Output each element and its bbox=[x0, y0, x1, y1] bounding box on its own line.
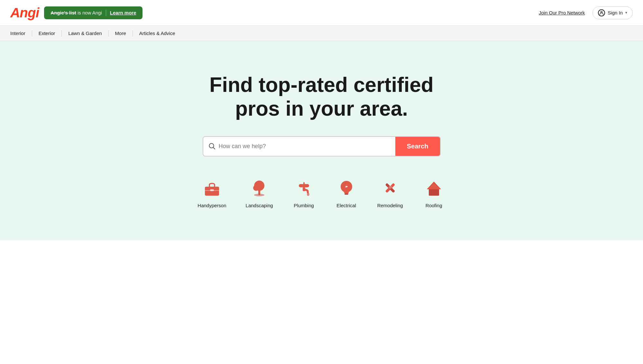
nav-bar: Interior Exterior Lawn & Garden More Art… bbox=[0, 26, 643, 41]
service-item-electrical[interactable]: Electrical bbox=[335, 176, 358, 208]
learn-more-link[interactable]: Learn more bbox=[110, 10, 136, 15]
service-item-landscaping[interactable]: Landscaping bbox=[246, 176, 273, 208]
landscaping-icon bbox=[248, 176, 271, 199]
account-icon bbox=[598, 9, 605, 16]
roofing-icon bbox=[422, 176, 446, 199]
handyperson-icon bbox=[200, 176, 224, 199]
hero-title: Find top-rated certified pros in your ar… bbox=[196, 73, 447, 120]
logo-area: Angi Angie's list is now Angi Learn more bbox=[10, 6, 142, 20]
remodeling-icon bbox=[379, 176, 402, 199]
announcement-text: Angie's list is now Angi bbox=[51, 10, 102, 15]
service-item-roofing[interactable]: Roofing bbox=[422, 176, 446, 208]
chevron-down-icon: ▾ bbox=[625, 11, 627, 15]
search-icon bbox=[208, 143, 216, 150]
search-button[interactable]: Search bbox=[395, 137, 440, 156]
svg-line-2 bbox=[213, 147, 215, 149]
announcement-banner: Angie's list is now Angi Learn more bbox=[44, 6, 142, 19]
join-pro-link[interactable]: Join Our Pro Network bbox=[539, 10, 585, 15]
electrical-icon bbox=[335, 176, 358, 199]
svg-rect-20 bbox=[429, 189, 439, 196]
service-item-handyperson[interactable]: Handyperson bbox=[197, 176, 226, 208]
plumbing-label: Plumbing bbox=[294, 203, 314, 208]
plumbing-icon bbox=[292, 176, 316, 199]
hero-section: Find top-rated certified pros in your ar… bbox=[0, 41, 643, 240]
landscaping-label: Landscaping bbox=[246, 203, 273, 208]
svg-rect-16 bbox=[344, 193, 348, 195]
service-item-plumbing[interactable]: Plumbing bbox=[292, 176, 316, 208]
search-bar: Search bbox=[203, 136, 441, 156]
nav-item-articles[interactable]: Articles & Advice bbox=[133, 26, 182, 41]
sign-in-button[interactable]: Sign In ▾ bbox=[592, 6, 633, 19]
svg-point-9 bbox=[254, 194, 264, 196]
service-item-remodeling[interactable]: Remodeling bbox=[377, 176, 403, 208]
logo[interactable]: Angi bbox=[10, 6, 39, 20]
svg-rect-13 bbox=[303, 182, 305, 185]
sign-in-label: Sign In bbox=[608, 10, 623, 15]
roofing-label: Roofing bbox=[426, 203, 442, 208]
service-icons: Handyperson Landscaping bbox=[197, 176, 445, 208]
search-input-wrapper bbox=[203, 137, 395, 156]
header: Angi Angie's list is now Angi Learn more… bbox=[0, 0, 643, 26]
search-input[interactable] bbox=[219, 137, 390, 155]
nav-item-interior[interactable]: Interior bbox=[10, 26, 32, 41]
electrical-label: Electrical bbox=[336, 203, 356, 208]
remodeling-label: Remodeling bbox=[377, 203, 403, 208]
banner-divider bbox=[106, 10, 106, 16]
svg-point-8 bbox=[253, 185, 259, 191]
svg-point-12 bbox=[307, 193, 309, 196]
svg-point-19 bbox=[389, 186, 392, 189]
handyperson-label: Handyperson bbox=[197, 203, 226, 208]
nav-item-lawn[interactable]: Lawn & Garden bbox=[62, 26, 108, 41]
nav-item-more[interactable]: More bbox=[109, 26, 133, 41]
header-right: Join Our Pro Network Sign In ▾ bbox=[539, 6, 633, 19]
nav-item-exterior[interactable]: Exterior bbox=[32, 26, 62, 41]
svg-rect-15 bbox=[344, 192, 349, 193]
